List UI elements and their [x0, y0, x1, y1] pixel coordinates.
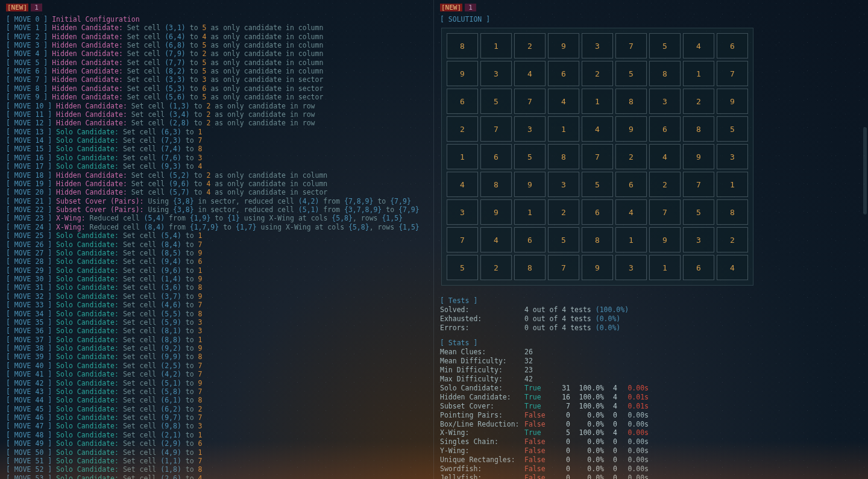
tab-1-right[interactable]: 1	[465, 4, 476, 11]
solution-header: [ SOLUTION ]	[440, 15, 862, 25]
log-row: [ MOVE 6 ] Hidden Candidate: Set cell (8…	[6, 67, 427, 75]
grid-cell: 8	[649, 61, 681, 86]
stat-row: Min Difficulty:23	[440, 366, 862, 375]
grid-cell: 5	[582, 172, 613, 197]
log-row: [ MOVE 48 ] Solo Candidate: Set cell (2,…	[6, 431, 427, 439]
log-row: [ MOVE 19 ] Hidden Candidate: Set cell (…	[6, 180, 427, 188]
grid-cell: 6	[717, 33, 748, 58]
log-row: [ MOVE 21 ] Subset Cover (Pairs): Using …	[6, 197, 427, 205]
grid-row: 391264758	[445, 198, 749, 226]
technique-row: Swordfish:False00.0%00.00s	[440, 465, 862, 474]
grid-cell: 8	[615, 89, 647, 114]
log-row: [ MOVE 40 ] Solo Candidate: Set cell (2,…	[6, 362, 427, 370]
grid-row: 528793164	[445, 254, 749, 281]
grid-cell: 2	[447, 116, 478, 142]
grid-cell: 4	[447, 172, 478, 197]
right-tabs: [NEW]1	[440, 4, 862, 13]
technique-row: Singles Chain:False00.0%00.00s	[440, 437, 862, 446]
log-row: [ MOVE 24 ] X-Wing: Reduced cell (8,4) f…	[6, 223, 427, 231]
grid-cell: 3	[480, 61, 512, 86]
grid-cell: 7	[447, 227, 478, 252]
log-row: [ MOVE 49 ] Solo Candidate: Set cell (2,…	[6, 439, 427, 448]
grid-cell: 3	[683, 227, 714, 252]
log-row: [ MOVE 22 ] Subset Cover (Pairs): Using …	[6, 205, 427, 214]
grid-cell: 9	[582, 255, 613, 280]
log-row: [ MOVE 43 ] Solo Candidate: Set cell (5,…	[6, 387, 427, 396]
left-tabs: [NEW]1	[6, 4, 427, 13]
log-row: [ MOVE 36 ] Solo Candidate: Set cell (8,…	[6, 327, 427, 335]
log-row: [ MOVE 47 ] Solo Candidate: Set cell (9,…	[6, 422, 427, 430]
grid-cell: 9	[480, 199, 512, 225]
log-row: [ MOVE 32 ] Solo Candidate: Set cell (3,…	[6, 292, 427, 301]
log-row: [ MOVE 34 ] Solo Candidate: Set cell (5,…	[6, 310, 427, 318]
grid-cell: 5	[683, 199, 714, 225]
log-row: [ MOVE 28 ] Solo Candidate: Set cell (9,…	[6, 257, 427, 266]
grid-cell: 6	[615, 172, 647, 197]
stats-header: [ Stats ]	[440, 339, 862, 348]
log-row: [ MOVE 4 ] Hidden Candidate: Set cell (7…	[6, 49, 427, 58]
grid-cell: 7	[514, 89, 546, 114]
grid-cell: 1	[615, 227, 647, 252]
grid-cell: 5	[615, 61, 647, 86]
grid-cell: 1	[582, 89, 613, 114]
grid-cell: 3	[582, 33, 613, 58]
grid-cell: 9	[548, 33, 579, 58]
grid-cell: 9	[683, 144, 714, 169]
grid-cell: 4	[649, 144, 681, 169]
grid-cell: 2	[480, 255, 512, 280]
scrollbar[interactable]	[863, 18, 867, 455]
grid-row: 489356271	[445, 171, 749, 198]
stats-basic-block: Mean Clues:26Mean Difficulty:32Min Diffi…	[440, 348, 862, 384]
log-row: [ MOVE 18 ] Hidden Candidate: Set cell (…	[6, 171, 427, 180]
tab-new-right[interactable]: [NEW]	[440, 4, 462, 11]
stat-row: Mean Difficulty:32	[440, 357, 862, 366]
log-row: [ MOVE 35 ] Solo Candidate: Set cell (5,…	[6, 318, 427, 327]
grid-cell: 8	[548, 144, 579, 169]
log-row: [ MOVE 42 ] Solo Candidate: Set cell (5,…	[6, 379, 427, 387]
grid-cell: 2	[548, 199, 579, 225]
scrollbar-thumb[interactable]	[863, 127, 867, 214]
technique-row: Subset Cover:True7100.0%40.01s	[440, 402, 862, 411]
technique-stats: Solo Candidate:True31100.0%40.00sHidden …	[440, 384, 862, 479]
tab-1-left[interactable]: 1	[31, 4, 42, 11]
log-row: [ MOVE 33 ] Solo Candidate: Set cell (4,…	[6, 301, 427, 309]
grid-cell: 8	[480, 172, 512, 197]
grid-cell: 1	[447, 144, 478, 169]
grid-cell: 5	[447, 255, 478, 280]
log-row: [ MOVE 29 ] Solo Candidate: Set cell (9,…	[6, 266, 427, 275]
log-row: [ MOVE 46 ] Solo Candidate: Set cell (9,…	[6, 413, 427, 422]
grid-cell: 4	[480, 227, 512, 252]
log-row: [ MOVE 1 ] Hidden Candidate: Set cell (3…	[6, 23, 427, 32]
log-row: [ MOVE 12 ] Hidden Candidate: Set cell (…	[6, 119, 427, 127]
tests-block: Solved:4 out of 4 tests (100.0%)Exhauste…	[440, 305, 862, 333]
grid-cell: 2	[649, 172, 681, 197]
grid-cell: 4	[615, 199, 647, 225]
technique-row: Y-Wing:False00.0%00.00s	[440, 446, 862, 456]
grid-cell: 6	[683, 255, 714, 280]
grid-cell: 4	[548, 89, 579, 114]
grid-cell: 7	[480, 116, 512, 142]
grid-cell: 1	[649, 255, 681, 280]
grid-cell: 8	[514, 255, 546, 280]
test-row: Exhausted:0 out of 4 tests (0.0%)	[440, 315, 862, 324]
grid-row: 273149685	[445, 115, 749, 143]
log-row: [ MOVE 53 ] Solo Candidate: Set cell (2,…	[6, 474, 427, 479]
grid-cell: 2	[683, 89, 714, 114]
tab-new-left[interactable]: [NEW]	[6, 4, 28, 11]
grid-cell: 3	[447, 199, 478, 225]
technique-row: Box/Line Reduction:False00.0%00.00s	[440, 420, 862, 429]
grid-cell: 5	[548, 227, 579, 252]
grid-cell: 7	[717, 61, 748, 86]
grid-cell: 6	[548, 61, 579, 86]
log-row: [ MOVE 37 ] Solo Candidate: Set cell (8,…	[6, 336, 427, 344]
log-row: [ MOVE 17 ] Solo Candidate: Set cell (9,…	[6, 162, 427, 171]
stat-row: Max Difficulty:42	[440, 375, 862, 384]
log-row: [ MOVE 15 ] Solo Candidate: Set cell (7,…	[6, 145, 427, 153]
log-row: [ MOVE 11 ] Hidden Candidate: Set cell (…	[6, 110, 427, 119]
log-row: [ MOVE 13 ] Solo Candidate: Set cell (6,…	[6, 128, 427, 136]
grid-cell: 8	[582, 227, 613, 252]
log-row: [ MOVE 8 ] Hidden Candidate: Set cell (5…	[6, 84, 427, 93]
grid-cell: 6	[447, 89, 478, 114]
technique-row: Hidden Candidate:True16100.0%40.01s	[440, 393, 862, 402]
grid-cell: 2	[514, 33, 546, 58]
